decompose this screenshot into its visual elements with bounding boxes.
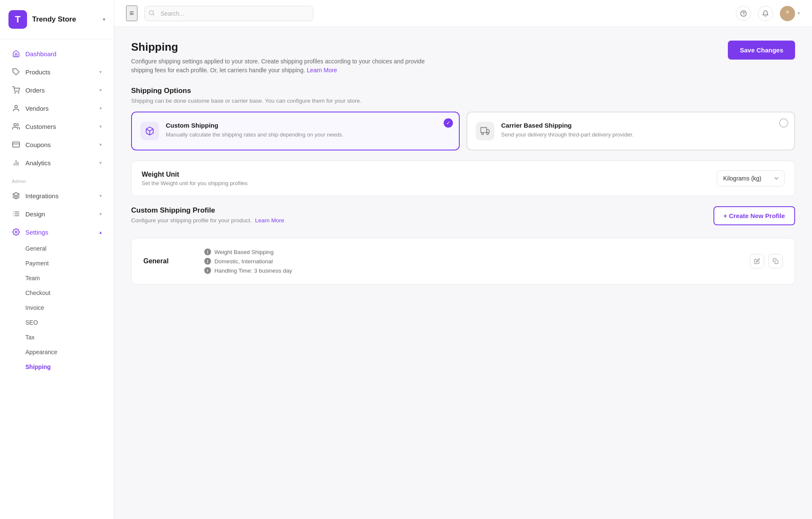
help-button[interactable] (736, 6, 751, 21)
svg-rect-24 (481, 128, 487, 133)
sidebar-item-label-integrations: Integrations (25, 192, 58, 199)
design-icon (12, 210, 20, 218)
chevron-down-icon: ▾ (99, 69, 102, 75)
profile-section-header: Custom Shipping Profile Configure your s… (131, 206, 795, 231)
sidebar-subitem-appearance[interactable]: Appearance (3, 345, 110, 359)
sidebar-item-analytics[interactable]: Analytics ▾ (3, 154, 110, 172)
weight-unit-section: Weight Unit Set the Weight unit for you … (131, 161, 795, 196)
sidebar-subitem-label-shipping: Shipping (25, 363, 51, 370)
sidebar-subitem-shipping[interactable]: Shipping (3, 360, 110, 374)
sidebar-subitem-label-seo: SEO (25, 319, 38, 326)
carrier-shipping-card[interactable]: Carrier Based Shipping Send your deliver… (466, 112, 795, 150)
custom-shipping-check: ✓ (444, 118, 453, 128)
chevron-down-icon: ▾ (99, 142, 102, 148)
sidebar-item-integrations[interactable]: Integrations ▾ (3, 187, 110, 205)
customers-icon (12, 122, 20, 131)
sidebar-item-label-vendors: Vendors (25, 105, 49, 112)
sidebar-item-design[interactable]: Design ▾ (3, 205, 110, 223)
chevron-down-icon: ▾ (99, 87, 102, 93)
custom-shipping-profile-section: Custom Shipping Profile Configure your s… (131, 206, 795, 284)
profile-actions (750, 254, 783, 268)
create-new-profile-button[interactable]: + Create New Profile (713, 206, 795, 225)
custom-profile-desc: Configure your shipping profile for your… (131, 217, 284, 224)
hamburger-button[interactable]: ≡ (126, 5, 137, 21)
edit-profile-button[interactable] (750, 254, 764, 268)
profile-section-info: Custom Shipping Profile Configure your s… (131, 206, 284, 231)
sidebar-item-label-dashboard: Dashboard (25, 50, 56, 57)
save-changes-button[interactable]: Save Changes (728, 41, 795, 60)
sidebar-item-label-coupons: Coupons (25, 141, 51, 148)
page-content: Shipping Configure shipping settings app… (114, 27, 812, 519)
chevron-down-icon: ▾ (99, 211, 102, 217)
sidebar-item-products[interactable]: Products ▾ (3, 63, 110, 81)
chevron-down-icon: ▾ (99, 193, 102, 199)
svg-rect-5 (13, 142, 20, 147)
sidebar-item-label-orders: Orders (25, 87, 45, 94)
user-avatar-wrap[interactable]: ▾ (780, 6, 800, 21)
analytics-icon (12, 158, 20, 167)
sidebar-subitem-invoice[interactable]: Invoice (3, 300, 110, 315)
carrier-shipping-check (779, 118, 788, 128)
chevron-down-icon: ▾ (99, 106, 102, 111)
sidebar-item-label-products: Products (25, 68, 50, 76)
shipping-options-grid: Custom Shipping Manually calculate the s… (131, 112, 795, 150)
sidebar-item-vendors[interactable]: Vendors ▾ (3, 99, 110, 117)
custom-shipping-card[interactable]: Custom Shipping Manually calculate the s… (131, 112, 460, 150)
sidebar-subitem-checkout[interactable]: Checkout (3, 286, 110, 300)
search-input[interactable] (144, 6, 313, 21)
profile-learn-more-link[interactable]: Learn More (255, 217, 284, 224)
sidebar-subitem-tax[interactable]: Tax (3, 330, 110, 344)
sidebar-item-customers[interactable]: Customers ▾ (3, 117, 110, 135)
profile-details: i Weight Based Shipping i Domestic, Inte… (204, 249, 740, 274)
profile-detail-weight: i Weight Based Shipping (204, 249, 740, 255)
sidebar-subitem-team[interactable]: Team (3, 271, 110, 285)
custom-profile-title: Custom Shipping Profile (131, 206, 284, 215)
sidebar-subitem-label-team: Team (25, 275, 40, 281)
sidebar-subitem-label-invoice: Invoice (25, 304, 44, 311)
svg-point-17 (15, 231, 17, 233)
products-icon (12, 68, 20, 76)
table-row: General i Weight Based Shipping i Domest… (132, 238, 795, 284)
sidebar-item-coupons[interactable]: Coupons ▾ (3, 136, 110, 153)
chevron-down-icon: ▾ (99, 160, 102, 166)
svg-point-26 (482, 133, 484, 135)
sidebar-item-orders[interactable]: Orders ▾ (3, 81, 110, 99)
carrier-shipping-desc: Send your delivery through third-part de… (501, 131, 786, 139)
sidebar-item-settings[interactable]: Settings ▴ (3, 223, 110, 241)
user-avatar (780, 6, 795, 21)
info-icon: i (204, 249, 211, 255)
svg-point-3 (15, 105, 17, 108)
sidebar-item-label-analytics: Analytics (25, 159, 51, 167)
sidebar-item-dashboard[interactable]: Dashboard (3, 45, 110, 63)
custom-shipping-desc: Manually calculate the shipping rates an… (166, 131, 450, 139)
profile-detail-regions: i Domestic, International (204, 258, 740, 265)
weight-unit-select[interactable]: Kilograms (kg) Pounds (lb) Ounces (oz) G… (717, 170, 785, 186)
sidebar-subitem-payment[interactable]: Payment (3, 256, 110, 270)
svg-rect-28 (775, 260, 778, 264)
copy-profile-button[interactable] (768, 254, 783, 268)
notifications-button[interactable] (758, 6, 773, 21)
info-icon: i (204, 267, 211, 274)
carrier-shipping-body: Carrier Based Shipping Send your deliver… (501, 122, 786, 139)
page-title-section: Shipping Configure shipping settings app… (131, 41, 436, 75)
svg-point-22 (786, 10, 789, 13)
sidebar-subitem-general[interactable]: General (3, 241, 110, 256)
admin-label: Admin (0, 172, 114, 186)
sidebar-subitem-seo[interactable]: SEO (3, 315, 110, 330)
svg-marker-10 (13, 193, 19, 196)
sidebar-subitem-label-tax: Tax (25, 334, 35, 341)
integrations-icon (12, 191, 20, 200)
header: ≡ (114, 0, 812, 27)
page-title: Shipping (131, 41, 436, 54)
sidebar-nav: Dashboard Products ▾ Orders ▾ (0, 39, 114, 380)
sidebar: T Trendy Store ▾ Dashboard Products (0, 0, 114, 519)
sidebar-subitem-label-general: General (25, 245, 47, 252)
svg-line-19 (153, 14, 154, 15)
svg-point-4 (14, 123, 16, 126)
sidebar-subitem-label-payment: Payment (25, 260, 49, 267)
search-bar (144, 6, 313, 21)
store-logo[interactable]: T Trendy Store ▾ (0, 0, 114, 39)
sidebar-item-label-design: Design (25, 210, 45, 218)
learn-more-link[interactable]: Learn More (307, 67, 337, 74)
store-chevron-icon: ▾ (103, 16, 105, 22)
